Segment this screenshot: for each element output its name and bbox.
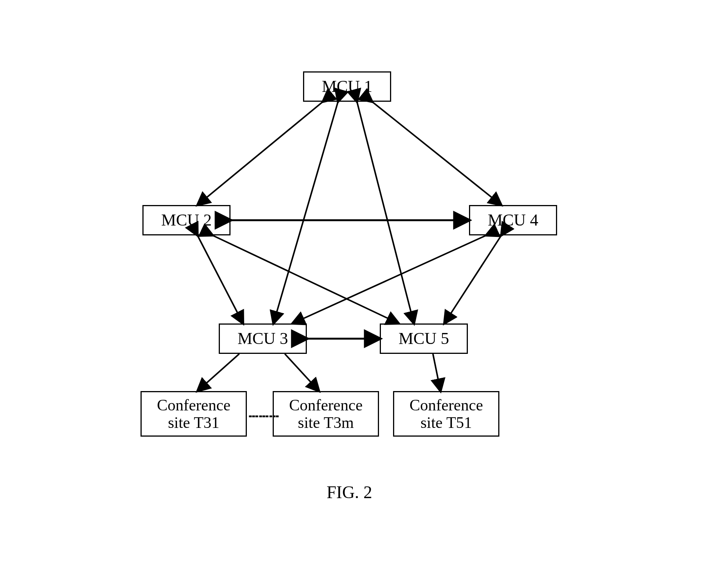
mcu-2-box: MCU 2 xyxy=(142,205,231,235)
svg-line-11 xyxy=(285,354,319,391)
svg-line-6 xyxy=(213,235,399,323)
conference-site-t31-box: Conference site T31 xyxy=(141,391,247,437)
conference-site-t3m-box: Conference site T3m xyxy=(273,391,379,437)
mcu-5-box: MCU 5 xyxy=(380,323,468,354)
mcu-4-box: MCU 4 xyxy=(469,205,557,235)
svg-line-12 xyxy=(433,354,441,391)
figure-caption: FIG. 2 xyxy=(327,482,372,502)
mcu-1-box: MCU 1 xyxy=(303,71,391,102)
svg-line-0 xyxy=(197,102,323,205)
mcu-3-box: MCU 3 xyxy=(219,323,307,354)
svg-line-3 xyxy=(357,102,414,323)
conference-site-t51-box: Conference site T51 xyxy=(393,391,499,437)
svg-line-5 xyxy=(197,235,243,323)
svg-line-8 xyxy=(292,235,486,323)
svg-line-7 xyxy=(444,235,501,323)
svg-line-2 xyxy=(273,102,338,323)
svg-line-1 xyxy=(372,102,501,205)
svg-line-10 xyxy=(197,354,239,391)
ellipsis-dots: ┄┄┄ xyxy=(249,407,280,426)
